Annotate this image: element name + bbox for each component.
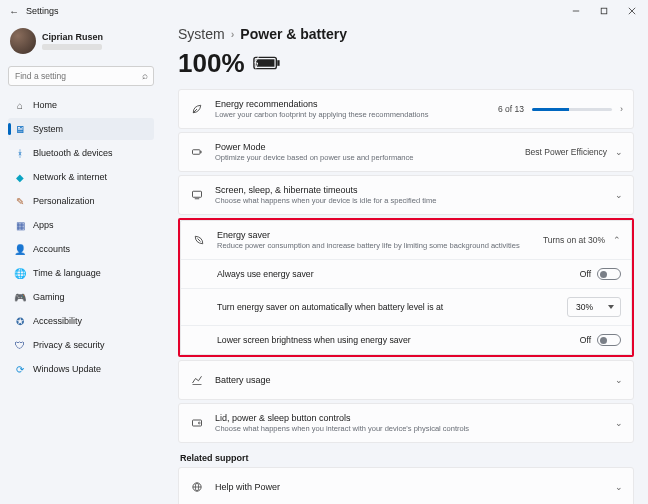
sidebar-item-bluetooth[interactable]: ᚼBluetooth & devices	[8, 142, 154, 164]
leaf-icon	[189, 103, 205, 115]
svg-rect-6	[277, 60, 279, 66]
accounts-icon: 👤	[14, 244, 26, 255]
screen-icon	[189, 189, 205, 201]
page-title: Power & battery	[240, 26, 347, 42]
update-icon: ⟳	[14, 364, 26, 375]
battery-threshold-dropdown[interactable]: 30%	[567, 297, 621, 317]
search-icon: ⌕	[142, 70, 148, 81]
energy-saver-card: Energy saver Reduce power consumption an…	[180, 220, 632, 355]
wifi-icon: ◆	[14, 172, 26, 183]
chevron-right-icon: ›	[231, 28, 235, 40]
globe-icon	[189, 481, 205, 493]
sidebar-item-network[interactable]: ◆Network & internet	[8, 166, 154, 188]
sidebar-item-accessibility[interactable]: ✪Accessibility	[8, 310, 154, 332]
breadcrumb-parent[interactable]: System	[178, 26, 225, 42]
close-button[interactable]	[618, 1, 646, 21]
chevron-right-icon: ›	[620, 104, 623, 114]
chevron-down-icon: ⌄	[615, 375, 623, 385]
search-input[interactable]	[8, 66, 154, 86]
svg-rect-5	[255, 59, 274, 66]
help-power-card[interactable]: Help with Power ⌄	[178, 467, 634, 504]
power-mode-icon	[189, 146, 205, 158]
search-box[interactable]: ⌕	[8, 66, 154, 86]
breadcrumb: System › Power & battery	[178, 26, 634, 42]
chevron-down-icon: ⌄	[615, 482, 623, 492]
profile-sub	[42, 44, 102, 50]
chevron-down-icon: ⌄	[615, 418, 623, 428]
lid-controls-card[interactable]: Lid, power & sleep button controls Choos…	[178, 403, 634, 443]
power-button-icon	[189, 417, 205, 429]
profile[interactable]: Ciprian Rusen	[8, 26, 154, 62]
avatar	[10, 28, 36, 54]
window-title: Settings	[26, 6, 59, 16]
energy-rec-count: 6 of 13	[498, 104, 524, 114]
apps-icon: ▦	[14, 220, 26, 231]
sidebar-item-personalization[interactable]: ✎Personalization	[8, 190, 154, 212]
battery-percent: 100%	[178, 48, 245, 79]
chevron-down-icon: ⌄	[615, 147, 623, 157]
shield-icon: 🛡	[14, 340, 26, 351]
screen-sleep-card[interactable]: Screen, sleep, & hibernate timeouts Choo…	[178, 175, 634, 215]
accessibility-icon: ✪	[14, 316, 26, 327]
sidebar-item-apps[interactable]: ▦Apps	[8, 214, 154, 236]
energy-saver-highlight: Energy saver Reduce power consumption an…	[178, 218, 634, 357]
svg-rect-9	[193, 191, 202, 197]
auto-energy-saver-row: Turn energy saver on automatically when …	[181, 288, 631, 325]
sidebar-item-privacy[interactable]: 🛡Privacy & security	[8, 334, 154, 356]
sidebar-item-gaming[interactable]: 🎮Gaming	[8, 286, 154, 308]
energy-saver-status: Turns on at 30%	[543, 235, 605, 245]
sidebar-item-accounts[interactable]: 👤Accounts	[8, 238, 154, 260]
lower-brightness-toggle[interactable]: Off	[580, 334, 621, 346]
svg-rect-1	[601, 8, 607, 14]
energy-saver-icon	[191, 234, 207, 246]
profile-name: Ciprian Rusen	[42, 32, 103, 42]
svg-rect-8	[200, 151, 201, 153]
chart-icon	[189, 374, 205, 386]
sidebar: Ciprian Rusen ⌕ ⌂Home 🖥System ᚼBluetooth…	[0, 22, 162, 504]
maximize-button[interactable]	[590, 1, 618, 21]
lower-brightness-row: Lower screen brightness when using energ…	[181, 325, 631, 354]
power-mode-value: Best Power Efficiency	[525, 147, 607, 157]
related-support-heading: Related support	[180, 453, 634, 463]
toggle-switch[interactable]	[597, 334, 621, 346]
power-mode-card[interactable]: Power Mode Optimize your device based on…	[178, 132, 634, 172]
main-content: System › Power & battery 100% Energy rec…	[162, 22, 648, 504]
sidebar-item-time[interactable]: 🌐Time & language	[8, 262, 154, 284]
chevron-down-icon: ⌄	[615, 190, 623, 200]
system-icon: 🖥	[14, 124, 26, 135]
gaming-icon: 🎮	[14, 292, 26, 303]
energy-rec-progress	[532, 108, 612, 111]
chevron-up-icon: ⌃	[613, 235, 621, 245]
always-energy-saver-toggle[interactable]: Off	[580, 268, 621, 280]
back-button[interactable]: ←	[2, 6, 26, 17]
sidebar-item-system[interactable]: 🖥System	[8, 118, 154, 140]
brush-icon: ✎	[14, 196, 26, 207]
svg-point-13	[198, 422, 200, 424]
always-energy-saver-row: Always use energy saver Off	[181, 259, 631, 288]
battery-level: 100%	[178, 48, 634, 79]
svg-rect-7	[193, 150, 201, 155]
bluetooth-icon: ᚼ	[14, 148, 26, 159]
energy-recommendations-card[interactable]: Energy recommendations Lower your carbon…	[178, 89, 634, 129]
battery-icon	[253, 54, 281, 74]
home-icon: ⌂	[14, 100, 26, 111]
clock-icon: 🌐	[14, 268, 26, 279]
sidebar-item-home[interactable]: ⌂Home	[8, 94, 154, 116]
battery-usage-card[interactable]: Battery usage ⌄	[178, 360, 634, 400]
toggle-switch[interactable]	[597, 268, 621, 280]
minimize-button[interactable]	[562, 1, 590, 21]
sidebar-item-update[interactable]: ⟳Windows Update	[8, 358, 154, 380]
energy-saver-header[interactable]: Energy saver Reduce power consumption an…	[181, 221, 631, 259]
